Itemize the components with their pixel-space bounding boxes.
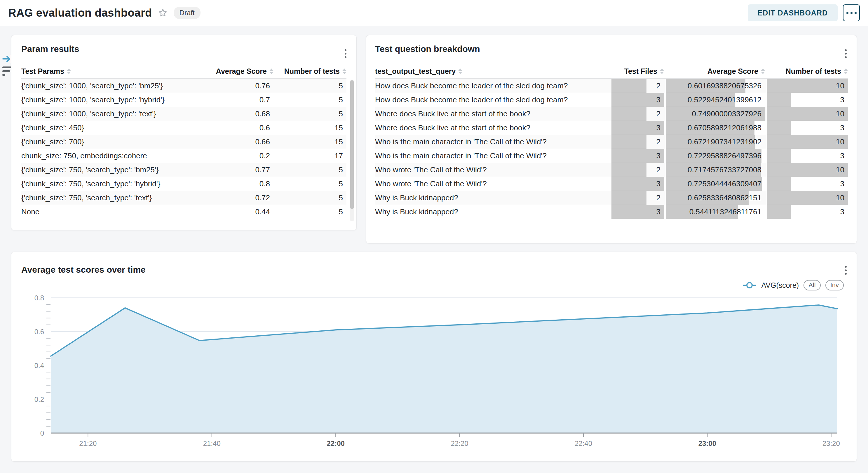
table-cell: 0.6: [215, 121, 274, 135]
table-cell: 5: [274, 93, 346, 107]
table-cell: {'chunk_size': 700}: [21, 135, 215, 149]
table-row: Why is Buck kidnapped?20.625833648086215…: [375, 191, 848, 205]
data-bar-cell: 3: [612, 149, 664, 163]
table-cell: chunk_size: 750, embeddings:cohere: [21, 149, 215, 163]
data-bar-cell: 0.6705898212061988: [666, 121, 765, 135]
star-favorite-icon[interactable]: [158, 8, 168, 18]
table-cell: 0.66: [215, 135, 274, 149]
x-tick-label: 23:20: [823, 439, 840, 447]
table-row: Who wrote 'The Call of the Wild'?30.7253…: [375, 177, 848, 191]
scrollbar-thumb[interactable]: [350, 80, 354, 209]
data-bar-cell: 0.6721907341231902: [666, 135, 765, 149]
more-options-button[interactable]: [843, 4, 860, 21]
column-header-number-of-tests[interactable]: Number of tests: [274, 67, 346, 75]
data-bar-cell: 0.5441113246811761: [666, 205, 765, 219]
table-cell: 0.72: [215, 191, 274, 205]
table-header-row: Test Params Average Score Number of test…: [21, 64, 346, 79]
query-cell: Where does Buck live at the start of the…: [375, 121, 610, 135]
x-tick-label: 22:20: [451, 439, 468, 447]
page-title: RAG evaluation dashboard: [8, 7, 152, 19]
query-cell: Who is the main character in 'The Call o…: [375, 135, 610, 149]
query-cell: Where does Buck live at the start of the…: [375, 107, 610, 121]
table-cell: 0.7: [215, 93, 274, 107]
data-bar-cell: 10: [767, 107, 848, 121]
table-row: How does Buck become the leader of the s…: [375, 79, 848, 93]
data-bar-cell: 3: [767, 121, 848, 135]
table-row: {'chunk_size': 1000, 'search_type': 'tex…: [21, 107, 346, 121]
x-tick-label: 21:20: [79, 439, 97, 447]
column-header-average-score[interactable]: Average Score: [666, 67, 765, 75]
query-cell: Who is the main character in 'The Call o…: [375, 149, 610, 163]
table-row: {'chunk_size': 450}0.615: [21, 121, 346, 135]
table-cell: 5: [274, 177, 346, 191]
data-bar-cell: 2: [612, 163, 664, 177]
table-row: {'chunk_size': 750, 'search_type': 'hybr…: [21, 177, 346, 191]
data-bar-cell: 0.7174576733727008: [666, 163, 765, 177]
sort-icon: [342, 69, 346, 74]
param-results-rows: {'chunk_size': 1000, 'search_type': 'bm2…: [21, 79, 346, 219]
table-cell: 5: [274, 191, 346, 205]
table-cell: 5: [274, 79, 346, 93]
table-cell: 15: [274, 135, 346, 149]
column-header-number-of-tests[interactable]: Number of tests: [767, 67, 848, 75]
table-row: {'chunk_size': 750, 'search_type': 'text…: [21, 191, 346, 205]
column-header-test-files[interactable]: Test Files: [612, 67, 664, 75]
kebab-menu-icon[interactable]: [844, 48, 848, 59]
table-cell: 17: [274, 149, 346, 163]
table-cell: 0.44: [215, 205, 274, 219]
table-row: Where does Buck live at the start of the…: [375, 107, 848, 121]
column-header-average-score[interactable]: Average Score: [215, 67, 274, 75]
column-header-test-params[interactable]: Test Params: [21, 67, 215, 75]
data-bar-cell: 10: [767, 135, 848, 149]
x-tick-label: 22:00: [327, 439, 344, 447]
data-bar-cell: 3: [612, 121, 664, 135]
x-tick-label: 23:00: [699, 439, 716, 447]
table-cell: {'chunk_size': 1000, 'search_type': 'bm2…: [21, 79, 215, 93]
param-results-panel: Param results Test Params Average Score …: [11, 35, 356, 230]
data-bar-cell: 3: [767, 177, 848, 191]
table-row: {'chunk_size': 700}0.6615: [21, 135, 346, 149]
table-cell: {'chunk_size': 750, 'search_type': 'bm25…: [21, 163, 215, 177]
status-badge: Draft: [174, 7, 200, 19]
table-cell: 5: [274, 107, 346, 121]
kebab-menu-icon[interactable]: [343, 48, 348, 59]
data-bar-cell: 0.749000003327926: [666, 107, 765, 121]
column-header-test-query[interactable]: test_output_test_query: [375, 67, 610, 75]
scrollbar-track[interactable]: [350, 79, 354, 221]
table-row: Where does Buck live at the start of the…: [375, 121, 848, 135]
top-header-bar: RAG evaluation dashboard Draft EDIT DASH…: [0, 0, 868, 26]
data-bar-cell: 3: [767, 149, 848, 163]
query-cell: Why is Buck kidnapped?: [375, 191, 610, 205]
data-bar-cell: 3: [767, 93, 848, 107]
sort-icon: [269, 69, 274, 74]
data-bar-cell: 0.6016938820675326: [666, 79, 765, 93]
table-row: chunk_size: 750, embeddings:cohere0.217: [21, 149, 346, 163]
table-cell: {'chunk_size': 750, 'search_type': 'hybr…: [21, 177, 215, 191]
data-bar-cell: 10: [767, 163, 848, 177]
table-row: None0.445: [21, 205, 346, 219]
data-bar-cell: 10: [767, 191, 848, 205]
table-row: {'chunk_size': 1000, 'search_type': 'bm2…: [21, 79, 346, 93]
table-row: Who is the main character in 'The Call o…: [375, 149, 848, 163]
table-cell: {'chunk_size': 1000, 'search_type': 'tex…: [21, 107, 215, 121]
sort-icon: [67, 69, 71, 74]
edit-dashboard-button[interactable]: EDIT DASHBOARD: [748, 4, 838, 21]
table-row: {'chunk_size': 1000, 'search_type': 'hyb…: [21, 93, 346, 107]
y-tick-label: 0.8: [34, 294, 44, 302]
data-bar-cell: 2: [612, 107, 664, 121]
y-tick-label: 0: [40, 429, 44, 437]
test-question-breakdown-panel: Test question breakdown test_output_test…: [366, 35, 857, 243]
query-cell: How does Buck become the leader of the s…: [375, 79, 610, 93]
question-breakdown-table: test_output_test_query Test Files Averag…: [375, 64, 848, 219]
area-line-chart[interactable]: 00.20.40.60.821:2021:4022:0022:2022:4023…: [11, 252, 857, 462]
data-bar-cell: 0.7253044446309407: [666, 177, 765, 191]
sort-icon: [844, 69, 848, 74]
sort-icon: [458, 69, 462, 74]
table-row: Who is the main character in 'The Call o…: [375, 135, 848, 149]
table-cell: 15: [274, 121, 346, 135]
y-tick-label: 0.6: [34, 328, 44, 336]
x-tick-label: 21:40: [203, 439, 221, 447]
table-cell: 0.68: [215, 107, 274, 121]
sort-icon: [660, 69, 664, 74]
data-bar-cell: 2: [612, 79, 664, 93]
